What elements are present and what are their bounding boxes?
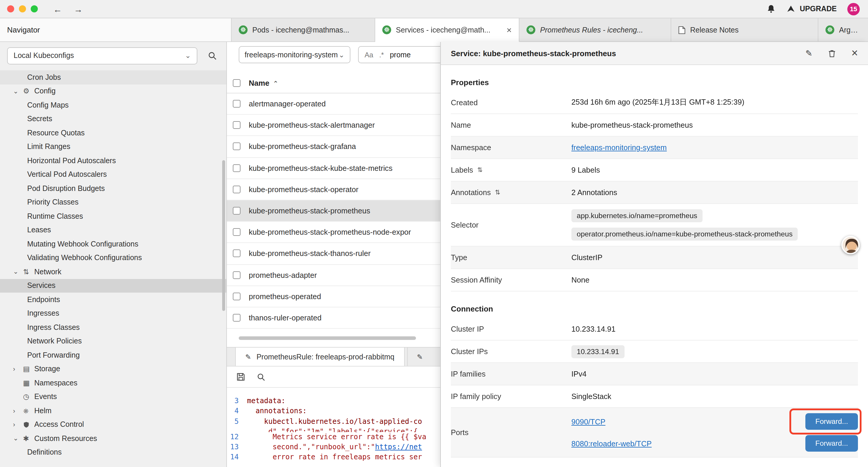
sidebar-item-pod-disruption-budgets[interactable]: Pod Disruption Budgets [0,181,226,195]
property-row-annotations: Annotations⇅ 2 Annotations [451,181,858,204]
row-checkbox[interactable] [233,271,241,279]
sidebar-item-leases[interactable]: Leases [0,223,226,237]
helm-icon: ⎈ [23,407,34,415]
sidebar-item-cron-jobs[interactable]: Cron Jobs [0,70,226,84]
row-checkbox[interactable] [233,100,241,108]
sidebar-item-namespaces[interactable]: ▦ Namespaces [0,376,226,390]
edit-pencil-icon[interactable]: ✎ [805,49,812,58]
pencil-icon: ✎ [417,353,423,361]
selector-badge: operator.prometheus.io/name=kube-prometh… [571,228,798,241]
search-input-value: prome [390,51,411,59]
navigator-tree: Cron Jobs ⌄ ⚙ Config Config Maps Secrets… [0,70,226,459]
match-case-icon[interactable]: Aa [365,51,373,59]
sidebar-item-access-control[interactable]: › Access Control [0,418,226,432]
forward-icon[interactable]: → [74,4,83,14]
sidebar-item-ingress-classes[interactable]: Ingress Classes [0,320,226,334]
tab-services[interactable]: ☸ Services - icecheng@math... × [375,18,519,42]
regex-icon[interactable]: .* [379,51,384,59]
window-controls [0,5,38,12]
sidebar-item-endpoints[interactable]: Endpoints [0,293,226,307]
sidebar-item-mutating-webhook-configurations[interactable]: Mutating Webhook Configurations [0,237,226,251]
sidebar-item-network[interactable]: ⌄ ⇅ Network [0,265,226,279]
network-arrows-icon: ⇅ [23,268,34,276]
row-checkbox[interactable] [233,250,241,258]
save-icon[interactable] [236,372,245,381]
tab-pods[interactable]: ☸ Pods - icecheng@mathmas... [231,18,375,41]
sidebar-item-priority-classes[interactable]: Priority Classes [0,195,226,209]
property-row-session-affinity: Session Affinity None [451,269,858,291]
port-link-8080[interactable]: 8080:reloader-web/TCP [571,439,652,448]
row-checkbox[interactable] [233,207,241,214]
property-row-labels: Labels⇅ 9 Labels [451,159,858,181]
row-checkbox[interactable] [233,143,241,150]
sidebar-item-config[interactable]: ⌄ ⚙ Config [0,84,226,98]
app-window: ← → UPGRADE 15 Navigator ☸ Pods - iceche… [0,0,868,467]
namespace-link[interactable]: freeleaps-monitoring-system [571,143,667,152]
notification-count-badge[interactable]: 15 [847,3,860,15]
sidebar-item-runtime-classes[interactable]: Runtime Classes [0,209,226,223]
kubeconfig-source-value: Local Kubeconfigs [13,52,74,60]
sidebar-item-events[interactable]: ◷ Events [0,390,226,404]
tab-prometheus-rules[interactable]: ☸ Prometheus Rules - icecheng... [519,18,671,41]
tab-argo[interactable]: ☸ Argo S [818,18,868,41]
row-checkbox[interactable] [233,121,241,129]
minimize-window-button[interactable] [19,5,26,12]
row-checkbox[interactable] [233,185,241,193]
sidebar-item-network-policies[interactable]: Network Policies [0,334,226,348]
sidebar-item-resource-quotas[interactable]: Resource Quotas [0,126,226,140]
sidebar-item-port-forwarding[interactable]: Port Forwarding [0,348,226,362]
forward-button[interactable]: Forward... [805,413,858,430]
sidebar-item-helm[interactable]: › ⎈ Helm [0,404,226,418]
sidebar-item-limit-ranges[interactable]: Limit Ranges [0,140,226,154]
sidebar-scrollbar[interactable] [222,160,225,311]
sidebar-item-storage[interactable]: › ▤ Storage [0,362,226,376]
editor-search-icon[interactable] [257,373,265,381]
sidebar-item-validating-webhook-configurations[interactable]: Validating Webhook Configurations [0,251,226,265]
kubernetes-cluster-icon: ☸ [526,25,535,34]
namespace-select[interactable]: freeleaps-monitoring-system ⌄ [239,46,350,63]
sidebar-item-ingresses[interactable]: Ingresses [0,307,226,320]
upgrade-button[interactable]: UPGRADE [787,4,837,13]
sidebar-item-secrets[interactable]: Secrets [0,112,226,126]
row-checkbox[interactable] [233,314,241,322]
close-tab-icon[interactable]: × [504,25,512,35]
kubeconfig-source-select[interactable]: Local Kubeconfigs ⌄ [7,47,197,64]
close-window-button[interactable] [7,5,14,12]
sort-ascending-icon[interactable]: ⌃ [273,80,278,87]
clock-icon: ◷ [23,393,34,401]
name-column-header[interactable]: Name [249,78,270,87]
sidebar-item-definitions[interactable]: Definitions [0,445,226,459]
back-icon[interactable]: ← [53,4,62,14]
navigator-sidebar: Local Kubeconfigs ⌄ Cron Jobs ⌄ ⚙ Config… [0,42,227,467]
sidebar-item-config-maps[interactable]: Config Maps [0,98,226,112]
service-details-drawer: Service: kube-prometheus-stack-prometheu… [440,42,868,467]
forward-button[interactable]: Forward... [805,435,858,451]
sidebar-item-horizontal-pod-autoscalers[interactable]: Horizontal Pod Autoscalers [0,154,226,168]
scrollbar-thumb[interactable] [239,337,416,340]
user-avatar[interactable] [841,236,860,254]
expand-toggle-icon[interactable]: ⇅ [495,188,500,196]
close-drawer-icon[interactable]: × [851,47,858,60]
expand-toggle-icon[interactable]: ⇅ [477,166,483,174]
row-checkbox[interactable] [233,293,241,300]
cluster-ip-badge: 10.233.14.91 [571,345,625,358]
sidebar-item-vertical-pod-autoscalers[interactable]: Vertical Pod Autoscalers [0,168,226,181]
delete-trash-icon[interactable] [828,49,836,58]
connection-row-cluster-ip: Cluster IP 10.233.14.91 [451,318,858,341]
chevron-right-icon: › [13,407,23,414]
connection-row-ip-families: IP families IPv4 [451,363,858,385]
tab-release-notes[interactable]: Release Notes [671,18,818,41]
sidebar-search-icon[interactable] [208,51,217,60]
dock-tab-partial[interactable]: ✎ [407,348,442,366]
notifications-bell-icon[interactable] [767,4,776,13]
gear-icon: ⚙ [23,87,34,95]
select-all-checkbox[interactable] [233,79,241,87]
dock-tab-prometheusrule[interactable]: ✎ PrometheusRule: freeleaps-prod-rabbitm… [235,348,404,366]
port-link-9090[interactable]: 9090/TCP [571,417,606,426]
custom-resources-icon: ✱ [23,435,34,443]
sidebar-item-custom-resources[interactable]: ⌄ ✱ Custom Resources [0,432,226,445]
sidebar-item-services[interactable]: Services [0,279,226,293]
maximize-window-button[interactable] [31,5,38,12]
row-checkbox[interactable] [233,164,241,172]
row-checkbox[interactable] [233,228,241,236]
